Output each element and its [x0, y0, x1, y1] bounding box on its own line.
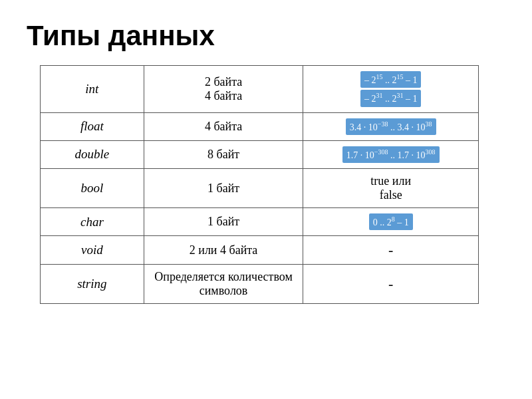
- size-bool: 1 байт: [144, 169, 303, 208]
- table-row: float 4 байта 3.4 · 10−38 .. 3.4 · 1038: [41, 112, 479, 140]
- size-string: Определяется количеством символов: [144, 265, 303, 304]
- float-range-badge: 3.4 · 10−38 .. 3.4 · 1038: [346, 118, 436, 135]
- range-float: 3.4 · 10−38 .. 3.4 · 1038: [303, 112, 479, 140]
- data-types-table: int 2 байта4 байта – 215 .. 215 – 1 – 23…: [40, 65, 479, 304]
- type-bool: bool: [41, 169, 144, 208]
- range-bool: true илиfalse: [303, 169, 479, 208]
- size-int: 2 байта4 байта: [144, 66, 303, 113]
- size-char: 1 байт: [144, 208, 303, 236]
- type-string: string: [41, 265, 144, 304]
- range-int: – 215 .. 215 – 1 – 231 .. 231 – 1: [303, 66, 479, 113]
- range-string: -: [303, 265, 479, 304]
- size-void: 2 или 4 байта: [144, 236, 303, 265]
- size-float: 4 байта: [144, 112, 303, 140]
- type-void: void: [41, 236, 144, 265]
- data-types-table-wrapper: int 2 байта4 байта – 215 .. 215 – 1 – 23…: [40, 65, 505, 304]
- table-row: string Определяется количеством символов…: [41, 265, 479, 304]
- double-range-badge: 1.7 · 10−308 .. 1.7 · 10308: [342, 146, 440, 163]
- int-range-32: – 231 .. 231 – 1: [360, 90, 422, 106]
- table-row: char 1 байт 0 .. 28 – 1: [41, 208, 479, 236]
- size-double: 8 байт: [144, 140, 303, 168]
- page-title: Типы данных: [27, 20, 505, 52]
- type-int: int: [41, 66, 144, 113]
- type-float: float: [41, 112, 144, 140]
- table-row: bool 1 байт true илиfalse: [41, 169, 479, 208]
- range-void: -: [303, 236, 479, 265]
- range-double: 1.7 · 10−308 .. 1.7 · 10308: [303, 140, 479, 168]
- type-char: char: [41, 208, 144, 236]
- char-range-badge: 0 .. 28 – 1: [369, 213, 413, 230]
- int-range-16: – 215 .. 215 – 1: [360, 71, 422, 88]
- table-row: int 2 байта4 байта – 215 .. 215 – 1 – 23…: [41, 66, 479, 113]
- table-row: void 2 или 4 байта -: [41, 236, 479, 265]
- table-row: double 8 байт 1.7 · 10−308 .. 1.7 · 1030…: [41, 140, 479, 168]
- range-char: 0 .. 28 – 1: [303, 208, 479, 236]
- type-double: double: [41, 140, 144, 168]
